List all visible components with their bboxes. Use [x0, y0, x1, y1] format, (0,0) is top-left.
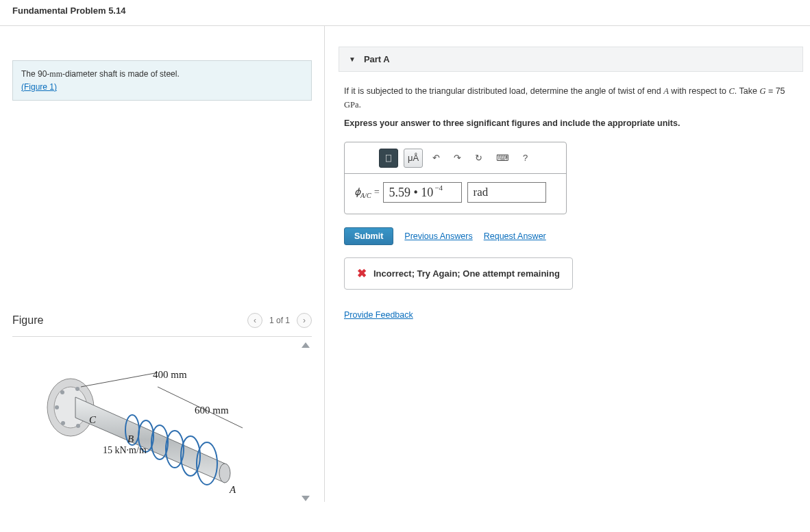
reset-icon[interactable]: ↻	[471, 150, 487, 166]
figure-link[interactable]: (Figure 1)	[21, 82, 57, 92]
right-column: ▼ Part A If it is subjected to the trian…	[325, 26, 810, 502]
help-icon[interactable]: ?	[519, 150, 532, 166]
svg-point-6	[76, 424, 80, 428]
template-button[interactable]: ⎕	[379, 149, 398, 168]
provide-feedback-link[interactable]: Provide Feedback	[344, 310, 413, 320]
q-post: . Take	[735, 86, 760, 96]
previous-answers-link[interactable]: Previous Answers	[404, 231, 472, 241]
feedback-text: Incorrect; Try Again; One attempt remain…	[373, 268, 560, 279]
prompt-text-post: -diameter shaft is made of steel.	[62, 69, 180, 79]
q-pre: If it is subjected to the triangular dis…	[344, 86, 663, 96]
scroll-up-icon[interactable]	[302, 342, 310, 348]
label-A: A	[229, 484, 236, 495]
shaft-diagram: 400 mm 600 mm C B A 15 kN·m/m	[40, 349, 273, 500]
feedback-message: ✖ Incorrect; Try Again; One attempt rema…	[344, 257, 573, 290]
phi-eq: =	[371, 187, 380, 197]
q-var-C: C	[728, 86, 734, 96]
answer-prefix: ϕA/C =	[354, 186, 380, 199]
figure-heading: Figure	[12, 314, 43, 327]
svg-point-4	[55, 405, 59, 409]
svg-point-2	[60, 390, 64, 394]
figure-prev-button[interactable]: ‹	[247, 313, 262, 328]
value-main: 5.59 • 10	[389, 186, 434, 200]
svg-point-8	[219, 464, 230, 483]
label-C: C	[89, 414, 97, 425]
figure-scrollbar[interactable]	[299, 337, 312, 501]
q-gunit: GPa	[344, 100, 359, 110]
dim-400: 400 mm	[153, 369, 187, 380]
q-mid: with respect to	[669, 86, 729, 96]
prompt-text-pre: The 90-	[21, 69, 49, 79]
submit-button[interactable]: Submit	[344, 227, 393, 245]
figure-image: 400 mm 600 mm C B A 15 kN·m/m	[12, 337, 299, 502]
figure-next-button[interactable]: ›	[297, 313, 312, 328]
keyboard-icon[interactable]: ⌨	[492, 150, 513, 166]
part-label: Part A	[364, 54, 390, 64]
undo-icon[interactable]: ↶	[428, 150, 444, 166]
dim-600: 600 mm	[195, 405, 229, 416]
phi-sub: A/C	[360, 191, 371, 199]
instruction-text: Express your answer to three significant…	[344, 118, 798, 128]
figure-page-indicator: 1 of 1	[269, 316, 290, 325]
question-text: If it is subjected to the triangular dis…	[344, 84, 798, 112]
svg-point-5	[61, 421, 65, 425]
label-B: B	[127, 433, 134, 444]
svg-point-3	[75, 387, 79, 391]
request-answer-link[interactable]: Request Answer	[484, 231, 546, 241]
phi-symbol: ϕ	[354, 187, 360, 197]
answer-widget: ⎕ μÅ ↶ ↷ ↻ ⌨ ? ϕA/C = 5.59 • 10−4	[344, 142, 567, 214]
q-period: .	[359, 100, 361, 110]
answer-unit-input[interactable]: rad	[467, 182, 546, 203]
label-load: 15 kN·m/m	[103, 445, 147, 455]
collapse-caret-icon: ▼	[349, 55, 356, 63]
answer-value-input[interactable]: 5.59 • 10−4	[383, 182, 462, 203]
q-gval: = 75	[765, 86, 785, 96]
left-column: The 90-mm-diameter shaft is made of stee…	[0, 26, 325, 502]
problem-prompt: The 90-mm-diameter shaft is made of stee…	[12, 60, 312, 101]
figure-pager: ‹ 1 of 1 ›	[247, 313, 312, 328]
symbols-button[interactable]: μÅ	[404, 149, 423, 168]
answer-toolbar: ⎕ μÅ ↶ ↷ ↻ ⌨ ?	[345, 142, 566, 174]
scroll-down-icon[interactable]	[302, 496, 310, 501]
q-var-A: A	[663, 86, 669, 96]
svg-line-15	[81, 373, 155, 387]
redo-icon[interactable]: ↷	[450, 150, 465, 166]
figure-section: Figure ‹ 1 of 1 ›	[12, 313, 312, 502]
value-exp: −4	[434, 183, 443, 192]
incorrect-x-icon: ✖	[357, 266, 367, 281]
page-title: Fundamental Problem 5.14	[0, 0, 810, 25]
part-header[interactable]: ▼ Part A	[339, 47, 803, 72]
prompt-mm: mm	[49, 69, 62, 79]
